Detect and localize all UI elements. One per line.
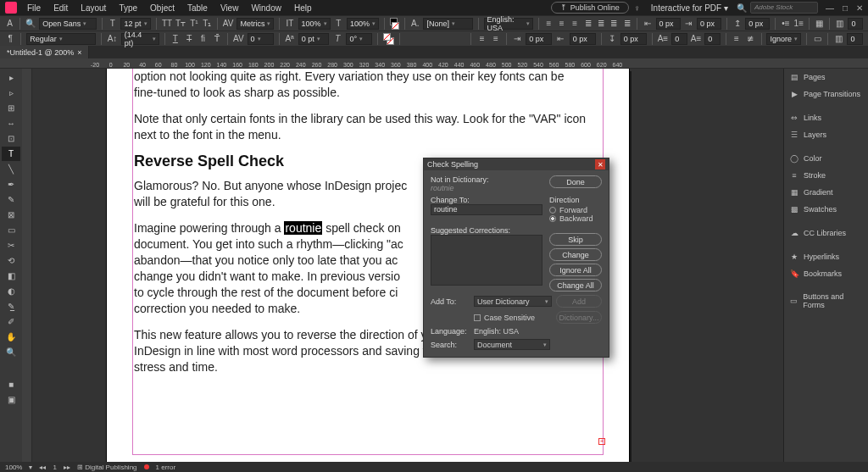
lastline-indent-field[interactable]: 0 px xyxy=(570,33,596,45)
overset-text-indicator-icon[interactable]: + xyxy=(598,438,605,445)
publish-online-button[interactable]: ⤒Publish Online xyxy=(551,2,629,14)
change-to-input[interactable]: routine xyxy=(431,204,542,215)
window-maximize-icon[interactable]: □ xyxy=(843,3,848,13)
workspace-switcher[interactable]: Interactive for PDF ▾ xyxy=(646,2,733,14)
preflight-error-text[interactable]: 1 error xyxy=(156,464,176,471)
add-to-dropdown[interactable]: User Dictionary xyxy=(474,296,552,307)
change-button[interactable]: Change xyxy=(549,248,602,261)
preflight-error-icon[interactable] xyxy=(144,464,149,469)
baseline-grid-on-icon[interactable]: ≡ xyxy=(732,33,742,45)
content-collector-tool-icon[interactable]: ⊡ xyxy=(2,131,20,146)
rectangle-frame-tool-icon[interactable]: ⊠ xyxy=(2,208,20,222)
justify-center-icon[interactable]: ≣ xyxy=(596,18,605,30)
align-toward-spine-icon[interactable]: ≡ xyxy=(491,33,501,45)
space-after-field[interactable]: 0 px xyxy=(620,33,647,45)
line-tool-icon[interactable]: ╲ xyxy=(2,162,20,176)
menu-file[interactable]: File xyxy=(22,2,46,14)
page-prev-icon[interactable]: ◂◂ xyxy=(39,464,46,471)
dock-panel-hyperlinks[interactable]: ★Hyperlinks xyxy=(784,248,868,265)
document-tab[interactable]: *Untitled-1 @ 200% × xyxy=(0,46,89,58)
pencil-tool-icon[interactable]: ✎ xyxy=(2,192,20,207)
gradient-feather-tool-icon[interactable]: ◐ xyxy=(2,284,20,298)
justify-right-icon[interactable]: ≣ xyxy=(609,18,619,30)
superscript-icon[interactable]: T¹ xyxy=(189,18,198,30)
numbering-icon[interactable]: 1≡ xyxy=(794,18,804,30)
menu-type[interactable]: Type xyxy=(114,2,142,14)
lightbulb-icon[interactable]: ♀ xyxy=(632,2,643,14)
adobe-stock-search[interactable]: Adobe Stock xyxy=(750,2,818,14)
subscript-icon[interactable]: T₁ xyxy=(203,18,212,30)
dropcap-lines-field[interactable]: 0 xyxy=(671,33,687,45)
menu-edit[interactable]: Edit xyxy=(48,2,73,14)
dock-panel-links[interactable]: ⇔Links xyxy=(784,109,868,126)
window-minimize-icon[interactable]: — xyxy=(826,3,834,13)
vertical-ruler[interactable] xyxy=(22,69,32,462)
stroke-fill-swatch-icon[interactable] xyxy=(383,33,393,45)
character-formatting-icon[interactable]: A xyxy=(5,18,14,30)
scissors-tool-icon[interactable]: ✂ xyxy=(2,238,20,253)
para-border-icon[interactable]: ▭ xyxy=(812,33,822,45)
dock-panel-pages[interactable]: ▤Pages xyxy=(784,69,868,86)
font-size-field[interactable]: 12 pt xyxy=(120,18,151,30)
align-right-icon[interactable]: ≡ xyxy=(570,18,579,30)
intent-indicator[interactable]: ⊞ Digital Publishing xyxy=(77,464,137,471)
apply-color-icon[interactable]: ■ xyxy=(2,377,20,391)
align-center-icon[interactable]: ≡ xyxy=(557,18,566,30)
skew-field[interactable]: 0° xyxy=(346,33,372,45)
space-before-field[interactable]: 0 px xyxy=(745,18,770,30)
direction-backward-radio[interactable]: Backward xyxy=(549,214,602,223)
note-tool-icon[interactable]: ✎̲ xyxy=(2,299,20,314)
menu-help[interactable]: Help xyxy=(289,2,317,14)
dialog-titlebar[interactable]: Check Spelling ✕ xyxy=(424,158,609,170)
page-next-icon[interactable]: ▸▸ xyxy=(64,464,70,471)
eyedropper-tool-icon[interactable]: ✐ xyxy=(2,314,20,329)
dock-panel-bookmarks[interactable]: 🔖Bookmarks xyxy=(784,265,868,282)
menu-layout[interactable]: Layout xyxy=(75,2,111,14)
left-indent-field[interactable]: 0 px xyxy=(656,18,681,30)
hand-tool-icon[interactable]: ✋ xyxy=(2,330,20,344)
direction-forward-radio[interactable]: Forward xyxy=(549,206,602,214)
dock-panel-buttons[interactable]: ▭Buttons and Forms xyxy=(784,289,868,313)
dock-panel-layers[interactable]: ☰Layers xyxy=(784,126,868,143)
baseline-shift-field[interactable]: 0 pt xyxy=(298,33,329,45)
align-left-icon[interactable]: ≡ xyxy=(544,18,554,30)
nobreak-icon[interactable]: T̄ xyxy=(212,33,222,45)
zoom-dropdown-icon[interactable]: ▾ xyxy=(29,464,32,471)
smallcaps-icon[interactable]: Tᴛ xyxy=(175,18,186,30)
zoom-tool-icon[interactable]: 🔍 xyxy=(2,345,20,359)
page-tool-icon[interactable]: ⊞ xyxy=(2,101,20,115)
vscale-field[interactable]: 100% xyxy=(298,18,331,30)
language-field[interactable]: English: USA xyxy=(484,18,533,30)
rectangle-tool-icon[interactable]: ▭ xyxy=(2,223,20,237)
done-button[interactable]: Done xyxy=(549,175,602,188)
menu-window[interactable]: Window xyxy=(246,2,287,14)
gradient-swatch-tool-icon[interactable]: ◧ xyxy=(2,269,20,283)
dropcap-chars-field[interactable]: 0 xyxy=(704,33,721,45)
baseline-grid-off-icon[interactable]: ≢ xyxy=(745,33,755,45)
dock-panel-stroke[interactable]: ≡Stroke xyxy=(784,167,868,184)
fill-stroke-swatch-icon[interactable] xyxy=(390,18,399,30)
align-away-spine-icon[interactable]: ≡ xyxy=(476,33,487,45)
kerning-field[interactable]: Metrics xyxy=(236,18,274,30)
underline-icon[interactable]: T xyxy=(170,33,181,45)
font-weight-field[interactable]: Regular xyxy=(26,33,96,45)
skip-button[interactable]: Skip xyxy=(549,233,602,246)
tab-close-icon[interactable]: × xyxy=(77,48,81,57)
canvas[interactable]: option not looking quite as right. Every… xyxy=(22,69,783,462)
selected-misspelling[interactable]: routnie xyxy=(284,221,322,235)
leading-field[interactable]: (14.4 pt) xyxy=(121,33,159,45)
ignore-all-button[interactable]: Ignore All xyxy=(549,264,602,276)
horizontal-ruler[interactable]: -200204060801001201401601802002202402602… xyxy=(0,58,868,69)
search-scope-dropdown[interactable]: Document xyxy=(474,339,550,350)
shading-icon[interactable]: ▦ xyxy=(815,18,824,30)
firstline-indent-field[interactable]: 0 px xyxy=(697,18,721,30)
fill-stroke-toolbox-icon[interactable] xyxy=(2,362,20,376)
search-icon[interactable]: 🔍 xyxy=(736,2,748,14)
justify-all-icon[interactable]: ≣ xyxy=(622,18,632,30)
hscale-field[interactable]: 100% xyxy=(347,18,379,30)
dock-panel-swatches[interactable]: ▩Swatches xyxy=(784,201,868,218)
page-number-field[interactable]: 1 xyxy=(53,464,56,471)
bullets-icon[interactable]: •≡ xyxy=(781,18,790,30)
zoom-level[interactable]: 100% xyxy=(5,464,22,471)
selection-tool-icon[interactable]: ▸ xyxy=(2,70,20,85)
